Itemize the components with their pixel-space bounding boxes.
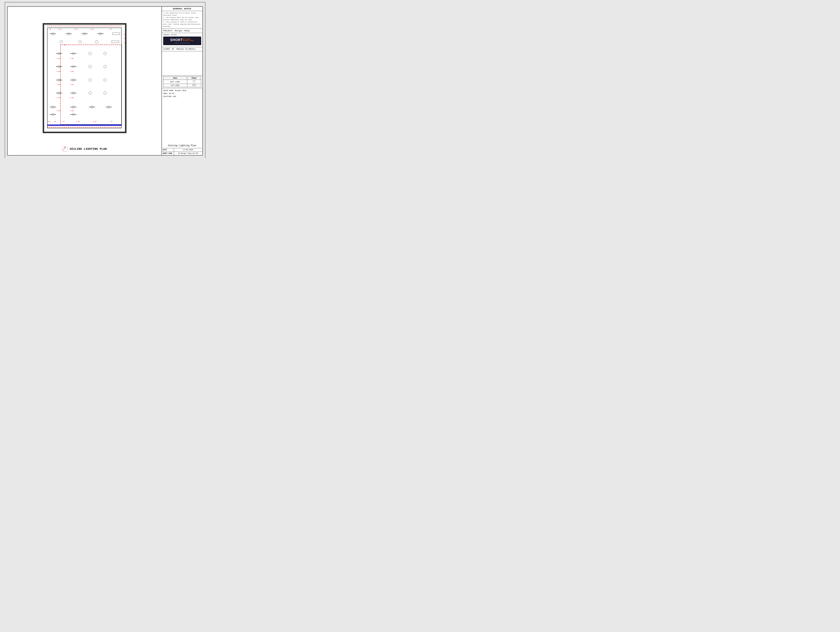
- spot-light-4: [99, 32, 102, 35]
- spot-light-3: [83, 32, 86, 35]
- general-notes-content: 1. All dimensions are in meter unless ot…: [162, 11, 202, 29]
- spot-with-line-r5-left: [58, 79, 60, 81]
- dim-left-100c: 1.00: [57, 84, 60, 86]
- date-row: DATE 17/01/2023: [162, 148, 202, 152]
- legend-spot-shape: [187, 80, 201, 84]
- spot-light-r4-4: [104, 65, 107, 68]
- spot-with-line-r3-left: [58, 52, 60, 55]
- spot-with-line-r3-mid: [72, 52, 75, 55]
- spot-light-r4-3: [89, 65, 92, 68]
- legend-col-shape: Shape: [187, 77, 201, 80]
- project-label: PROJECT: Burger Shop: [163, 30, 201, 32]
- spot-light-r6-4: [104, 92, 107, 95]
- spot-light-r3-3: [89, 52, 92, 55]
- client-label: CLIENT: Mr. Mansour El-Matery: [163, 48, 201, 50]
- dim-bottom-60b: .60: [54, 120, 56, 122]
- company-logo: SHORTCUTdec JUST CREATION: [163, 36, 201, 45]
- sheet-code-value: GF-Burger Shop-CLP-06: [174, 152, 202, 155]
- floor-plan: .70 1.20 1.20 1.20 .70 .75 .75 .74 1.00 …: [43, 23, 126, 133]
- spot-light-r5-4: [104, 79, 107, 81]
- dim-right-75a: .75: [123, 33, 125, 35]
- led-rect-icon: [193, 84, 196, 86]
- dim-top-120a: 1.20: [58, 29, 62, 30]
- spot-light-r2-2: [79, 40, 81, 43]
- dim-inner-60b: .60: [63, 124, 66, 126]
- notes-text: 1. All dimensions are in meter unless ot…: [163, 12, 201, 28]
- spot-with-line-r6-mid: [72, 92, 75, 94]
- drawing-area: .70 1.20 1.20 1.20 .70 .75 .75 .74 1.00 …: [8, 7, 161, 155]
- dim-bottom-60a: .60: [47, 120, 50, 122]
- general-notes-title: GENERAL NOTES: [163, 8, 201, 10]
- sheet-code-label: SHEET CODE: [162, 152, 174, 155]
- legend-led-label: Led Light: [163, 84, 187, 87]
- drawing-bottom-title: Ceiling Lighting Plan: [162, 143, 202, 148]
- inner-room: [60, 44, 122, 125]
- company-label: COMPANY/ OFFICE:: [163, 34, 201, 36]
- spot-circle-icon: [193, 80, 195, 82]
- led-light-top-right: [112, 33, 120, 35]
- bottom-blue-line: [47, 125, 122, 126]
- spot-bottom-2: [72, 113, 75, 116]
- legend-table: Name Shape Spot Light Led Light: [163, 76, 201, 87]
- spot-with-line-r4-mid: [72, 65, 75, 68]
- revision-section: [162, 51, 202, 76]
- spot-light-r2-1: [60, 40, 63, 43]
- dim-left-100a: 1.00: [57, 58, 60, 59]
- dim-bottom-70: .70: [62, 120, 65, 122]
- dim-left-100e: 1.00: [57, 110, 60, 111]
- space-info-section: SPACE NAME: Burger Shop AREA: 38 M2 LOCA…: [162, 88, 202, 143]
- plan-number-circle: 6 P-GR-CLP: [62, 146, 68, 152]
- dim-bottom-120b: 1.20: [93, 120, 96, 122]
- title-block: GENERAL NOTES 1. All dimensions are in m…: [161, 7, 202, 155]
- bottom-dashed-line: [47, 127, 122, 127]
- drawing-page: .70 1.20 1.20 1.20 .70 .75 .75 .74 1.00 …: [7, 6, 203, 155]
- spot-light-r3-4: [104, 52, 107, 55]
- dim-inner-100c: 1.00: [70, 84, 74, 86]
- spot-with-line-r7-2: [72, 106, 75, 108]
- company-section: COMPANY/ OFFICE: SHORTCUTdec JUST CREATI…: [162, 33, 202, 47]
- logo-text: SHORTCUTdec: [165, 38, 199, 42]
- legend-col-name: Name: [163, 77, 187, 80]
- spot-with-line-r7-4: [107, 106, 110, 108]
- dim-bottom-120a: 1.20: [76, 120, 80, 122]
- dim-left-100b: 1.00: [57, 71, 60, 72]
- legend-section: Name Shape Spot Light Led Light: [162, 76, 202, 88]
- dim-right-74: .74: [123, 42, 125, 43]
- dim-inner-100a: 1.00: [70, 58, 74, 59]
- dim-inner-100d: 1.00: [70, 97, 74, 98]
- spot-with-line-r4-left: [58, 65, 60, 68]
- spot-light-r6-3: [89, 92, 92, 95]
- dim-top-120c: 1.20: [90, 29, 94, 30]
- plan-title: CEILING LIGHTING PLAN: [69, 147, 107, 150]
- spot-bottom-1: [52, 113, 54, 116]
- spot-light-r2-3: [95, 40, 98, 43]
- logo-tagline: JUST CREATION: [165, 42, 199, 44]
- spot-light-1: [52, 32, 54, 35]
- dim-inner-100e: 1.00: [70, 110, 74, 111]
- drawing-title-area: 6 P-GR-CLP CEILING LIGHTING PLAN: [62, 146, 107, 152]
- dim-inner-100b: 1.00: [70, 71, 74, 72]
- dim-top-120b: 1.20: [74, 29, 77, 30]
- client-section: CLIENT: Mr. Mansour El-Matery: [162, 47, 202, 51]
- spot-light-2: [68, 32, 70, 35]
- project-section: PROJECT: Burger Shop: [162, 29, 202, 33]
- spot-with-line-r7-1: [52, 106, 54, 108]
- date-label: DATE: [162, 148, 174, 152]
- dim-top-70b: .70: [109, 29, 112, 30]
- dim-top-70a: .70: [48, 29, 51, 30]
- dim-right-75b: .75: [123, 38, 125, 40]
- led-light-r2-right: [112, 41, 119, 43]
- space-name-line: SPACE NAME: Burger Shop: [163, 89, 201, 92]
- sheet-code-row: SHEET CODE GF-Burger Shop-CLP-06: [162, 152, 202, 155]
- dim-left-100d: 1.00: [57, 97, 60, 98]
- spot-with-line-r7-3: [91, 106, 93, 108]
- area-line: AREA: 38 M2: [163, 92, 201, 95]
- dim-inner-39: .39: [63, 44, 66, 46]
- legend-row-led: Led Light: [163, 84, 201, 87]
- dim-bottom-70c: .70: [110, 120, 112, 122]
- location-line: LOCATION: KSA: [163, 95, 201, 98]
- dim-inner-60: .60: [47, 124, 50, 126]
- spot-with-line-r6-left: [58, 92, 60, 94]
- legend-led-shape: [187, 84, 201, 87]
- legend-spot-label: Spot Light: [163, 80, 187, 84]
